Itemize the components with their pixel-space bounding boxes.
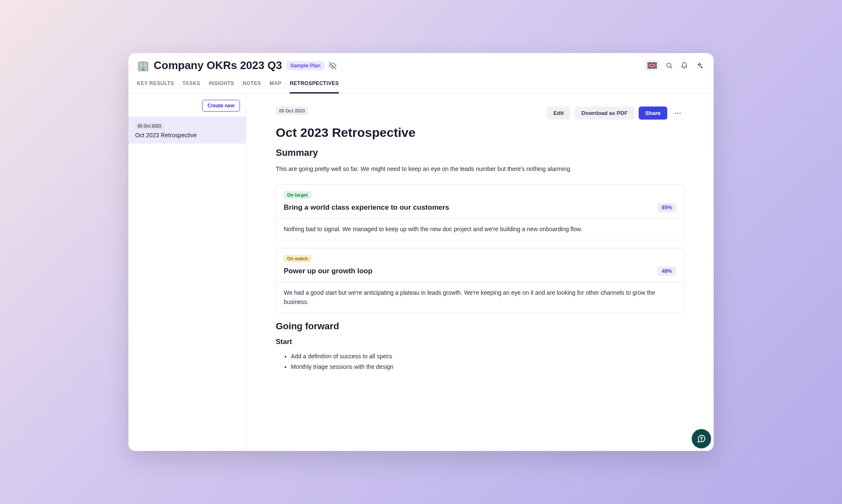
retro-date-badge: 05 Oct 2023 xyxy=(276,107,308,115)
sidebar-item-retro[interactable]: 05 Oct 2023 Oct 2023 Retrospective xyxy=(128,117,246,144)
svg-point-4 xyxy=(675,112,676,114)
tab-key-results[interactable]: KEY RESULTS xyxy=(137,76,174,93)
svg-line-3 xyxy=(670,67,671,68)
tab-insights[interactable]: INSIGHTS xyxy=(209,76,234,93)
status-badge: On target xyxy=(284,191,311,199)
svg-point-5 xyxy=(677,112,679,114)
svg-point-7 xyxy=(701,440,702,440)
notifications-icon[interactable] xyxy=(678,60,690,72)
summary-text: This are going pretty well so far. We mi… xyxy=(276,164,684,173)
svg-point-6 xyxy=(679,112,681,114)
card-title-row: Power up our growth loop 48% xyxy=(284,267,676,276)
body: Create new 05 Oct 2023 Oct 2023 Retrospe… xyxy=(128,94,714,451)
sidebar-top: Create new xyxy=(128,100,246,117)
start-list: Add a definition of success to all specs… xyxy=(276,351,684,372)
retro-title: Oct 2023 Retrospective xyxy=(276,125,684,140)
app-window: 🏢 Company OKRs 2023 Q3 Sample Plan xyxy=(128,53,714,451)
content: 05 Oct 2023 Edit Download as PDF Share O… xyxy=(246,94,714,451)
list-item: Monthly triage sessions with the design xyxy=(291,362,684,372)
download-pdf-button[interactable]: Download as PDF xyxy=(575,107,634,120)
list-item: Add a definition of success to all specs xyxy=(291,351,684,362)
objective-card: On target Bring a world class experience… xyxy=(276,184,684,240)
help-chat-button[interactable] xyxy=(692,429,711,448)
action-buttons: Edit Download as PDF Share xyxy=(547,107,685,120)
edit-button[interactable]: Edit xyxy=(547,107,571,120)
sidebar-item-title: Oct 2023 Retrospective xyxy=(135,132,239,139)
forward-heading: Going forward xyxy=(276,321,684,332)
card-header: On target Bring a world class experience… xyxy=(276,185,684,219)
sparkle-icon[interactable] xyxy=(693,60,705,72)
pct-badge: 48% xyxy=(658,267,676,276)
objective-title: Power up our growth loop xyxy=(284,267,373,275)
visibility-icon[interactable] xyxy=(329,62,336,69)
start-heading: Start xyxy=(276,338,684,346)
objective-body: Nothing bad to signal. We managed to kee… xyxy=(276,219,684,240)
tabs: KEY RESULTS TASKS INSIGHTS NOTES MAP RET… xyxy=(137,76,705,93)
content-header: 05 Oct 2023 Edit Download as PDF Share xyxy=(276,107,684,120)
objective-body: We had a good start but we're anticipati… xyxy=(276,282,684,313)
status-badge: On watch xyxy=(284,255,312,262)
language-flag-button[interactable] xyxy=(645,60,660,71)
card-title-row: Bring a world class experience to our cu… xyxy=(284,203,676,212)
header: 🏢 Company OKRs 2023 Q3 Sample Plan xyxy=(128,53,714,94)
pct-badge: 65% xyxy=(658,203,676,212)
sidebar-item-date: 05 Oct 2023 xyxy=(135,123,164,129)
objective-card: On watch Power up our growth loop 48% We… xyxy=(276,248,684,313)
document-icon: 🏢 xyxy=(137,60,149,72)
more-options-icon[interactable] xyxy=(671,109,684,117)
page-title: Company OKRs 2023 Q3 xyxy=(154,59,282,72)
plan-badge[interactable]: Sample Plan xyxy=(286,61,325,70)
tab-tasks[interactable]: TASKS xyxy=(182,76,200,93)
title-group: 🏢 Company OKRs 2023 Q3 Sample Plan xyxy=(137,59,336,72)
tab-notes[interactable]: NOTES xyxy=(242,76,261,93)
header-actions xyxy=(645,60,705,72)
card-header: On watch Power up our growth loop 48% xyxy=(276,248,684,282)
sidebar: Create new 05 Oct 2023 Oct 2023 Retrospe… xyxy=(128,94,246,451)
search-icon[interactable] xyxy=(663,60,675,72)
summary-heading: Summary xyxy=(276,147,684,158)
create-new-button[interactable]: Create new xyxy=(202,100,240,112)
tab-map[interactable]: MAP xyxy=(269,76,281,93)
header-top: 🏢 Company OKRs 2023 Q3 Sample Plan xyxy=(137,59,705,72)
tab-retrospectives[interactable]: RETROSPECTIVES xyxy=(290,76,338,93)
objective-title: Bring a world class experience to our cu… xyxy=(284,203,449,212)
share-button[interactable]: Share xyxy=(639,107,667,120)
